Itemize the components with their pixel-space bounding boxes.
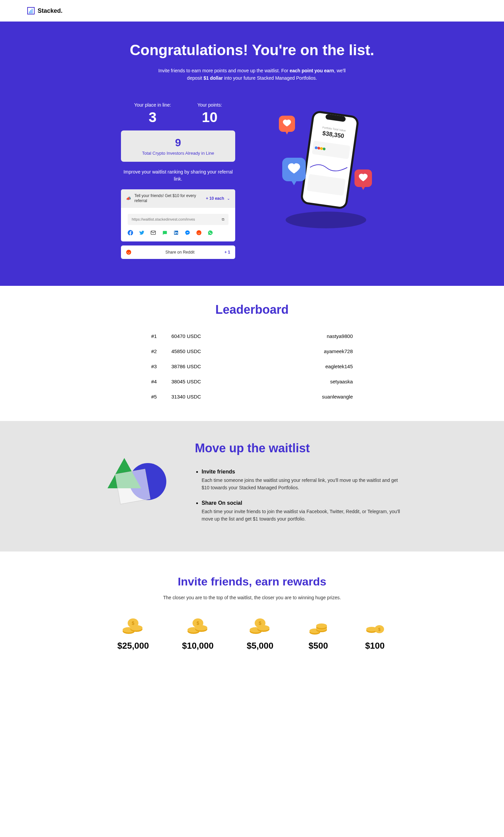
- moveup-title: Move up the waitlist: [195, 441, 403, 455]
- megaphone-icon: 📣: [126, 196, 131, 201]
- svg-rect-1: [29, 12, 30, 14]
- phone-illustration: Portfolio Total Value $38,350: [269, 102, 383, 230]
- list-item: Share On social Each time your invite fr…: [202, 500, 403, 523]
- reddit-share-box[interactable]: Share on Reddit + 1: [121, 246, 235, 259]
- shapes-illustration: [101, 441, 175, 509]
- table-row: #245850 USDCayameek728: [151, 344, 353, 359]
- brand-name: Stacked.: [38, 7, 62, 15]
- svg-rect-27: [115, 469, 150, 504]
- coins-icon: $: [363, 617, 387, 636]
- copy-icon[interactable]: ⧉: [222, 217, 224, 221]
- reddit-icon[interactable]: [196, 230, 202, 235]
- points-stat: Your points: 10: [197, 102, 222, 125]
- svg-text:$: $: [259, 620, 261, 626]
- svg-point-5: [197, 230, 202, 235]
- svg-point-10: [129, 252, 130, 253]
- site-header: Stacked.: [0, 0, 504, 21]
- coins-icon: $: [121, 617, 145, 636]
- sms-icon[interactable]: [162, 230, 167, 235]
- hero-title: Congratulations! You're on the list.: [27, 42, 477, 58]
- rewards-section: Invite friends, earn rewards The closer …: [0, 552, 504, 675]
- share-header[interactable]: 📣 Tell your friends! Get $10 for every r…: [121, 189, 235, 208]
- facebook-icon[interactable]: [128, 230, 133, 235]
- svg-point-6: [198, 233, 198, 233]
- leaderboard-section: Leaderboard #160470 USDCnastya9800 #2458…: [0, 286, 504, 421]
- coins-icon: [306, 617, 330, 636]
- moveup-section: Move up the waitlist Invite friends Each…: [0, 421, 504, 552]
- investors-box: 9 Total Crypto Investors Already in Line: [121, 130, 235, 162]
- brand-logo[interactable]: Stacked.: [27, 7, 62, 15]
- svg-point-8: [126, 250, 131, 255]
- email-icon[interactable]: [151, 230, 156, 235]
- reddit-icon: [126, 250, 131, 255]
- referral-url-box: https://waitlist.stackedinvest.com/inves…: [128, 214, 228, 225]
- improve-text: Improve your waitlist ranking by sharing…: [121, 168, 235, 183]
- whatsapp-icon[interactable]: [208, 230, 213, 235]
- table-row: #338786 USDCeagletek145: [151, 359, 353, 374]
- hero-subtitle: Invite friends to earn more points and m…: [151, 67, 353, 82]
- rewards-title: Invite friends, earn rewards: [27, 575, 477, 588]
- svg-point-11: [286, 212, 366, 228]
- list-item: Invite friends Each time someone joins t…: [202, 469, 403, 492]
- svg-point-9: [127, 252, 128, 253]
- linkedin-icon[interactable]: [173, 230, 179, 235]
- place-stat: Your place in line: 3: [134, 102, 171, 125]
- referral-url: https://waitlist.stackedinvest.com/inves: [132, 217, 222, 221]
- reward-tier: $ $25,000: [117, 617, 149, 651]
- svg-text:$: $: [378, 627, 380, 632]
- table-row: #438045 USDCsetyaaska: [151, 374, 353, 389]
- messenger-icon[interactable]: [185, 230, 190, 235]
- svg-text:$: $: [197, 620, 199, 626]
- leaderboard-title: Leaderboard: [27, 303, 477, 317]
- logo-icon: [27, 7, 35, 15]
- coins-icon: $: [248, 617, 272, 636]
- twitter-icon[interactable]: [139, 230, 145, 235]
- table-row: #160470 USDCnastya9800: [151, 328, 353, 344]
- reward-tier: $ $5,000: [247, 617, 274, 651]
- leaderboard-table: #160470 USDCnastya9800 #245850 USDCayame…: [151, 328, 353, 404]
- reward-tier: $ $100: [363, 617, 387, 651]
- chevron-down-icon: ⌄: [227, 196, 230, 201]
- rewards-row: $ $25,000 $ $10,000 $ $5,000 $500 $ $100: [101, 617, 403, 651]
- reward-tier: $ $10,000: [182, 617, 214, 651]
- reward-tier: $500: [306, 617, 330, 651]
- table-row: #531340 USDCsuanlewangle: [151, 389, 353, 404]
- svg-text:$: $: [132, 620, 134, 626]
- moveup-list: Invite friends Each time someone joins t…: [195, 469, 403, 523]
- share-box: 📣 Tell your friends! Get $10 for every r…: [121, 189, 235, 242]
- svg-point-51: [316, 623, 327, 628]
- social-row: [128, 230, 228, 235]
- hero-section: Congratulations! You're on the list. Inv…: [0, 21, 504, 286]
- coins-icon: $: [186, 617, 210, 636]
- rewards-sub: The closer you are to the top of the wai…: [27, 595, 477, 600]
- svg-point-7: [200, 233, 200, 233]
- stats-panel: Your place in line: 3 Your points: 10 9 …: [121, 102, 235, 259]
- svg-rect-2: [30, 10, 31, 14]
- svg-rect-3: [32, 9, 33, 14]
